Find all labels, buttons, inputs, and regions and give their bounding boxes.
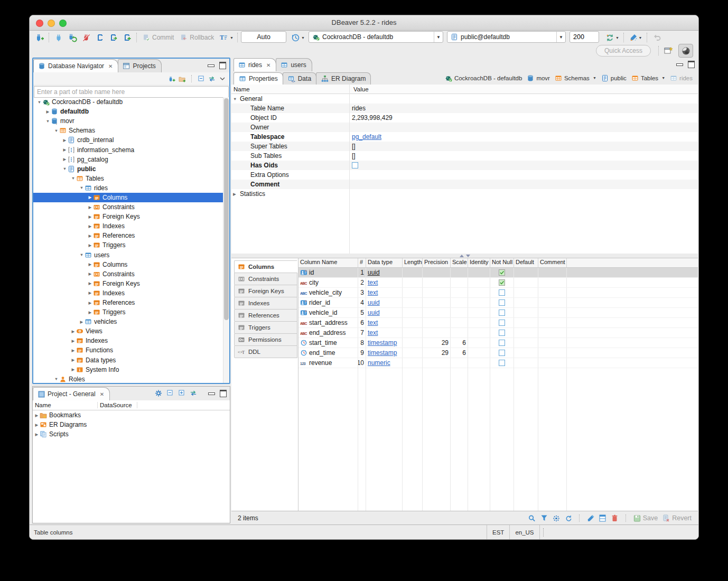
breadcrumb-public[interactable]: public [601,74,627,82]
collapse-arrow-icon[interactable]: ▶ [87,310,93,315]
tree-item-views[interactable]: ▶Views [33,326,229,336]
editor-tab-rides[interactable]: rides✕ [234,58,276,71]
collapse-arrow-icon[interactable]: ▶ [62,138,68,143]
grid-row-start-time[interactable]: start_time8timestamp296 [298,338,698,348]
tree-item-functions[interactable]: ▶Functions [33,345,229,355]
expand-arrow-icon[interactable]: ▼ [62,166,68,171]
minimize-window-button[interactable] [48,20,55,27]
tree-item-cockroachdb-defaultdb[interactable]: ▼CockroachDB - defaultdb [33,97,229,107]
collapse-arrow-icon[interactable]: ▶ [34,432,40,437]
rollback-button[interactable]: Rollback [177,31,217,44]
not-null-checkbox[interactable] [499,299,505,306]
detail-tab-ddl[interactable]: <>TDDL [234,345,297,358]
tab-projects[interactable]: Projects [118,59,161,72]
data-type-link[interactable]: text [368,289,378,296]
revert-button[interactable]: Revert [662,514,692,522]
data-type-link[interactable]: timestamp [368,349,397,357]
breadcrumb-cockroachdb-defaultdb[interactable]: CockroachDB - defaultdb [445,74,522,82]
refresh-icon[interactable]: ▼ [603,31,621,44]
property-row-object-id[interactable]: Object ID2,293,998,429 [231,113,698,123]
tree-item-constraints[interactable]: ▶Constraints [33,269,229,279]
grid-header-identity[interactable]: Identity [468,258,490,267]
edit-pencil-icon[interactable] [587,514,594,522]
grid-row-id[interactable]: id1uuid [298,268,698,278]
refresh-grid-icon[interactable] [565,514,572,522]
tree-item-information-schema[interactable]: ▶information_schema [33,145,229,154]
data-type-link[interactable]: uuid [368,269,380,276]
not-null-checkbox[interactable] [499,320,505,326]
gear-icon[interactable] [155,389,162,397]
tab-project-general[interactable]: Project - General ✕ [33,387,110,400]
transaction-mode-icon[interactable]: T▼ [217,31,235,44]
property-row-general[interactable]: ▼General [231,94,698,104]
grid-header-comment[interactable]: Comment [538,258,567,267]
collapse-arrow-icon[interactable]: ▶ [62,147,68,152]
tree-item-crdb-internal[interactable]: ▶crdb_internal [33,135,229,145]
data-type-link[interactable]: text [368,329,378,336]
dbeaver-perspective-icon[interactable] [678,44,693,58]
collapse-arrow-icon[interactable]: ▶ [87,195,93,200]
expand-arrow-icon[interactable]: ▼ [70,176,76,181]
minimize-view-icon[interactable] [208,64,214,67]
fetch-size-input[interactable] [570,31,599,43]
detail-tab-references[interactable]: References [234,309,297,322]
subtab-properties[interactable]: Properties [234,72,283,85]
expand-arrow-icon[interactable]: ▼ [79,252,85,257]
tree-item-indexes[interactable]: ▶Indexes [33,336,229,345]
collapse-arrow-icon[interactable]: ▶ [87,214,93,219]
property-row-sub-tables[interactable]: Sub Tables[] [231,151,698,161]
open-sql-console-icon[interactable] [107,31,120,44]
collapse-arrow-icon[interactable]: ▶ [79,320,85,324]
not-null-checkbox[interactable] [499,350,505,356]
detail-tab-columns[interactable]: Columns [234,260,297,273]
not-null-checkbox[interactable] [499,269,505,276]
properties-header-value[interactable]: Value [351,86,369,92]
horizontal-splitter[interactable] [231,254,698,258]
brush-icon[interactable]: ▼ [627,31,645,44]
expand-arrow-icon[interactable]: ▼ [79,185,85,190]
view-menu-icon[interactable] [219,75,226,82]
collapse-arrow-icon[interactable]: ▶ [87,271,93,276]
new-sql-editor-icon[interactable] [120,31,134,44]
not-null-checkbox[interactable] [499,340,505,346]
tree-item-columns[interactable]: ▶Columns [33,260,229,269]
close-icon[interactable]: ✕ [266,62,270,68]
tree-item-triggers[interactable]: ▶Triggers [33,307,229,317]
tree-item-references[interactable]: ▶References [33,298,229,307]
breadcrumb-movr[interactable]: movr [527,74,550,82]
close-icon[interactable]: ✕ [108,63,113,69]
save-button[interactable]: Save [633,514,658,522]
schema-selector[interactable]: public@defaultdb ▼ [447,31,566,43]
collapse-arrow-icon[interactable]: ▶ [87,290,93,295]
detail-tab-indexes[interactable]: Indexes [234,297,297,310]
property-row-table-name[interactable]: Table Namerides [231,104,698,113]
close-window-button[interactable] [36,20,43,27]
tab-database-navigator[interactable]: Database Navigator ✕ [33,59,118,72]
grid-row-vehicle-id[interactable]: vehicle_id5uuid [298,308,698,318]
tree-item-triggers[interactable]: ▶Triggers [33,240,229,250]
breadcrumb-tables[interactable]: Tables▼ [631,74,665,82]
column-header-datasource[interactable]: DataSource [98,402,137,408]
tree-item-defaultdb[interactable]: ▶defaultdb [33,107,229,116]
tree-item-users[interactable]: ▼users [33,250,229,260]
subtab-data[interactable]: <>Data [283,72,316,85]
table-filter-input[interactable] [34,88,228,96]
maximize-view-icon[interactable] [688,61,695,68]
expand-arrow-icon[interactable]: ▼ [233,97,238,101]
connect-icon[interactable] [52,31,66,44]
detail-tab-foreign-keys[interactable]: Foreign Keys [234,285,297,297]
minimize-view-icon[interactable] [208,392,215,395]
breadcrumb-rides[interactable]: rides [670,74,693,82]
data-type-link[interactable]: uuid [368,309,380,316]
tree-item-system-info[interactable]: ▶iSystem Info [33,365,229,374]
properties-header-name[interactable]: Name [231,86,351,92]
new-connection-small-icon[interactable] [168,75,175,82]
tree-item-data-types[interactable]: ▶Data types [33,355,229,365]
not-null-checkbox[interactable] [499,279,505,286]
tree-item-movr[interactable]: ▼movr [33,116,229,126]
tree-item-pg-catalog[interactable]: ▶pg_catalog [33,155,229,164]
collapse-arrow-icon[interactable]: ▶ [87,301,93,305]
grid-header-scale[interactable]: Scale [451,258,468,267]
tree-item-foreign-keys[interactable]: ▶Foreign Keys [33,279,229,288]
commit-button[interactable]: Commit [139,31,177,44]
